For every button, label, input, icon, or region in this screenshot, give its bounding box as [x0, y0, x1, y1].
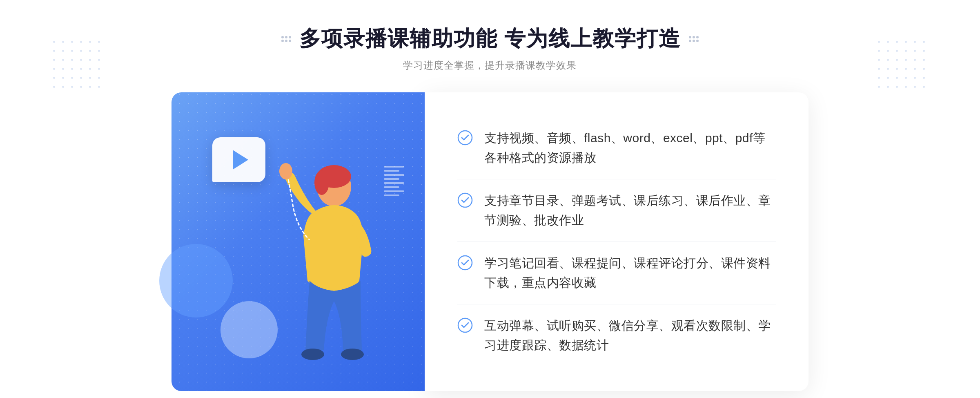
person-illustration [256, 154, 395, 391]
feature-text-4: 互动弹幕、试听购买、微信分享、观看次数限制、学习进度跟踪、数据统计 [484, 316, 776, 355]
svg-point-3 [279, 163, 292, 179]
header-section: 多项录播课辅助功能 专为线上教学打造 学习进度全掌握，提升录播课教学效果 [281, 25, 699, 72]
feature-item-2: 支持章节目录、弹题考试、课后练习、课后作业、章节测验、批改作业 [457, 179, 776, 242]
play-icon [233, 150, 248, 170]
svg-point-4 [301, 349, 324, 360]
svg-point-7 [458, 193, 472, 207]
content-area: » [172, 92, 808, 391]
check-icon-1 [457, 130, 473, 145]
subtitle: 学习进度全掌握，提升录播课教学效果 [281, 59, 699, 72]
svg-point-2 [314, 170, 329, 195]
feature-text-2: 支持章节目录、弹题考试、课后练习、课后作业、章节测验、批改作业 [484, 191, 776, 230]
feature-item-1: 支持视频、音频、flash、word、excel、ppt、pdf等各种格式的资源… [457, 117, 776, 179]
features-panel: 支持视频、音频、flash、word、excel、ppt、pdf等各种格式的资源… [425, 92, 808, 391]
feature-text-1: 支持视频、音频、flash、word、excel、ppt、pdf等各种格式的资源… [484, 128, 776, 168]
feature-text-3: 学习笔记回看、课程提问、课程评论打分、课件资料下载，重点内容收藏 [484, 253, 776, 293]
feature-item-3: 学习笔记回看、课程提问、课程评论打分、课件资料下载，重点内容收藏 [457, 242, 776, 304]
bg-dots-right [878, 41, 927, 90]
feature-item-4: 互动弹幕、试听购买、微信分享、观看次数限制、学习进度跟踪、数据统计 [457, 304, 776, 367]
check-icon-2 [457, 192, 473, 208]
bg-dots-left [53, 41, 102, 90]
circle-blue [159, 244, 233, 318]
main-title: 多项录播课辅助功能 专为线上教学打造 [299, 25, 681, 53]
check-icon-4 [457, 318, 473, 333]
svg-point-9 [458, 318, 472, 332]
decorative-dots-right [689, 36, 699, 42]
illustration-panel [172, 92, 425, 391]
decorative-dots-left [281, 36, 291, 42]
svg-point-5 [341, 349, 364, 360]
page-container: 多项录播课辅助功能 专为线上教学打造 学习进度全掌握，提升录播课教学效果 » [0, 0, 980, 398]
check-icon-3 [457, 255, 473, 271]
svg-point-6 [458, 131, 472, 145]
svg-point-8 [458, 256, 472, 270]
